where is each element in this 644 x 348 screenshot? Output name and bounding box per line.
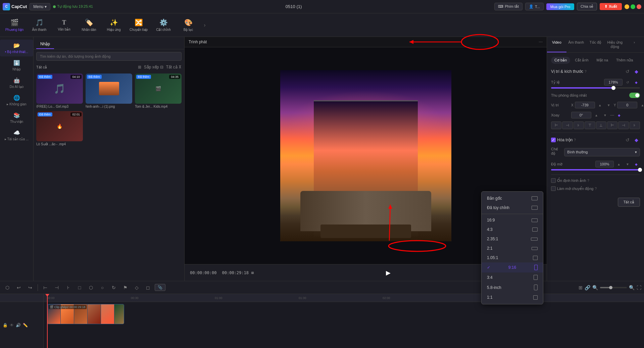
sidebar-item-local[interactable]: 📂 • Bộ nhớ thiết... <box>0 40 33 56</box>
sub-tab-crop[interactable]: Cắt ảnh <box>572 57 592 64</box>
sidebar-item-library[interactable]: 📚 Thư viện <box>0 109 33 126</box>
tl-cut-button[interactable]: ⊦ <box>63 283 73 292</box>
right-tab-effects[interactable]: Hiệu ứng động <box>605 37 625 52</box>
pos-x-input[interactable] <box>575 102 595 108</box>
align-extra1[interactable]: ⊣ <box>618 121 629 129</box>
right-tab-speed[interactable]: Tốc độ <box>586 37 605 52</box>
blend-mode-select[interactable]: Bình thường ▾ <box>564 148 640 156</box>
media-item[interactable]: 🔥 Đã thêm 02:01 Lò Sưởi ...ão - .mp4 <box>36 111 83 146</box>
pos-y-up[interactable]: ▲ <box>639 101 644 109</box>
tool-adjust[interactable]: ⚙️ Cắt chỉnh <box>152 15 175 35</box>
dropdown-item-21[interactable]: 2:1 <box>482 244 543 253</box>
sidebar-item-import[interactable]: ⬇️ Nhập <box>0 57 33 74</box>
opacity-input[interactable] <box>595 161 614 167</box>
rotate-keyframe-button[interactable]: ◆ <box>615 111 623 119</box>
scale-reset-button[interactable]: ↺ <box>624 79 631 86</box>
tl-select-tool[interactable]: ⬡ <box>3 283 12 292</box>
zoom-thumb[interactable] <box>609 286 612 289</box>
dropdown-item-original[interactable]: Bản gốc <box>482 194 543 203</box>
scale-keyframe-button[interactable]: ◆ <box>633 79 640 86</box>
blend-checkbox[interactable]: ✓ <box>551 138 556 142</box>
opacity-slider[interactable] <box>551 169 640 170</box>
sort-button[interactable]: ⊞ <box>138 65 141 69</box>
tl-zoom-in-button[interactable]: 🔍 <box>629 285 635 290</box>
tl-redo-button[interactable]: ↪ <box>26 283 35 292</box>
uniform-scale-toggle[interactable] <box>629 93 640 98</box>
reset-position-button[interactable]: ↺ <box>624 68 631 75</box>
sort-menu-button[interactable]: Sắp xếp ⊟ <box>144 65 163 69</box>
right-tab-expand[interactable]: › <box>625 37 644 52</box>
dropdown-item-58inch[interactable]: 5.8-inch <box>482 282 543 293</box>
tl-rotate-button[interactable]: ↻ <box>109 283 118 292</box>
search-input[interactable] <box>36 52 182 61</box>
play-button[interactable]: ▶ <box>383 267 394 278</box>
tl-snap-button[interactable]: ⊞ <box>579 285 583 290</box>
tl-visibility-icon[interactable]: 👁 <box>10 323 14 328</box>
pos-x-up[interactable]: ▲ <box>596 101 604 109</box>
media-item[interactable]: Đã thêm hinh-anh-...i (1).png <box>86 73 132 108</box>
tl-rect-button[interactable]: ◻ <box>143 283 153 292</box>
align-right-button[interactable]: ⊦ <box>574 121 584 129</box>
tl-undo-button[interactable]: ↩ <box>14 283 23 292</box>
media-item[interactable]: 🎵 Đã thêm 04:10 (FREE) Lo... Girl.mp3 <box>36 73 83 108</box>
export-button[interactable]: ⬆ Xuất <box>600 3 622 10</box>
align-bottom-button[interactable]: ⊢ <box>607 121 617 129</box>
menu-button[interactable]: Menu ▾ <box>30 3 50 10</box>
share-button[interactable]: Chia sẻ <box>577 3 597 10</box>
align-extra2[interactable]: ⊦ <box>630 121 640 129</box>
dropdown-item-169[interactable]: 16:9 <box>482 215 543 225</box>
toolbar-expand[interactable]: › <box>201 15 208 35</box>
pro-button[interactable]: Mua gói Pro <box>546 3 574 10</box>
opacity-up[interactable]: ▲ <box>615 160 623 168</box>
dropdown-item-916[interactable]: ✓ 9:16 <box>482 262 543 272</box>
tl-flag-button[interactable]: ⚑ <box>120 283 130 292</box>
sidebar-item-ai[interactable]: 🤖 Do AI tạo <box>0 74 33 91</box>
align-top-button[interactable]: ⊤ <box>585 121 595 129</box>
tl-special-button[interactable]: 📎 <box>155 284 165 291</box>
sub-tab-more[interactable]: Thêm nữa <box>613 57 636 64</box>
rotate-down[interactable]: ▼ <box>601 111 609 119</box>
dropdown-item-34[interactable]: 3:4 <box>482 272 543 282</box>
rotate-input[interactable] <box>571 112 591 118</box>
sidebar-item-assets[interactable]: ☁️ ▸ Tài sản của ... <box>0 127 33 144</box>
dropdown-item-43[interactable]: 4:3 <box>482 225 543 234</box>
tl-edit-icon[interactable]: ✏️ <box>23 323 28 328</box>
close-button[interactable] <box>637 4 641 9</box>
all-filter-button[interactable]: Tất cả ⊼ <box>166 65 182 69</box>
tl-fullscreen-button[interactable]: ⛶ <box>637 285 641 290</box>
main-clip[interactable]: 🎬 Clip ghép2 00:00:29:18 <box>47 304 124 324</box>
tl-circle-button[interactable]: ○ <box>98 283 107 292</box>
sub-tab-mask[interactable]: Mặt na <box>593 57 612 64</box>
zoom-track[interactable] <box>600 287 627 288</box>
dropdown-item-custom[interactable]: Đã tùy chỉnh <box>482 203 543 212</box>
dropdown-item-2351[interactable]: 2.35:1 <box>482 234 543 244</box>
align-center-v-button[interactable]: ⊥ <box>596 121 606 129</box>
tool-effects[interactable]: ✨ Hiệu ứng <box>102 15 126 35</box>
preview-options-button[interactable]: ⋯ <box>539 40 543 44</box>
blend-keyframe-button[interactable]: ◆ <box>633 136 640 144</box>
opacity-thumb[interactable] <box>638 168 642 172</box>
tl-link-button[interactable]: 🔗 <box>585 285 590 290</box>
tl-trim-button[interactable]: ⊣ <box>52 283 61 292</box>
tl-mute-icon[interactable]: 🔊 <box>16 323 21 328</box>
dropdown-item-11[interactable]: 1:1 <box>482 293 543 302</box>
tl-shape-button[interactable]: ⬡ <box>86 283 96 292</box>
filmstrip-button[interactable]: ⌨ Phím tắt <box>494 3 523 10</box>
align-left-button[interactable]: ⊢ <box>551 121 561 129</box>
stabilize-checkbox[interactable] <box>551 178 556 183</box>
scale-input[interactable] <box>604 79 623 86</box>
tl-delete-button[interactable]: □ <box>75 283 84 292</box>
rotate-up[interactable]: ▲ <box>593 111 600 119</box>
opacity-down[interactable]: ▼ <box>624 160 631 168</box>
tl-split-button[interactable]: ⊢ <box>41 283 50 292</box>
tool-transitions[interactable]: 🔀 Chuyển tiếp <box>127 15 150 35</box>
align-center-h-button[interactable]: ⊣ <box>562 121 573 129</box>
pos-y-input[interactable] <box>617 102 637 108</box>
sidebar-item-space[interactable]: 🌐 ▸ Không gian <box>0 92 33 109</box>
minimize-button[interactable] <box>625 4 629 9</box>
tl-diamond-button[interactable]: ◇ <box>132 283 141 292</box>
motion-blur-checkbox[interactable] <box>551 186 556 191</box>
all-button[interactable]: Tất cả <box>618 198 640 207</box>
right-tab-audio[interactable]: Âm thanh <box>566 37 586 52</box>
tool-audio[interactable]: 🎵 Âm thanh <box>28 15 51 35</box>
